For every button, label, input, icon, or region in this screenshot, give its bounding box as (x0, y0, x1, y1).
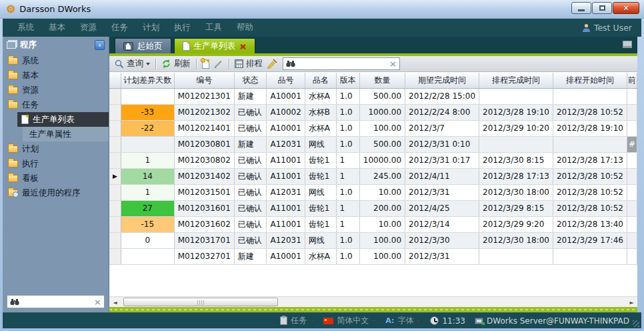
cell-partial[interactable] (627, 200, 637, 216)
cell-partial[interactable] (627, 232, 637, 248)
cell-plan-diff-days[interactable]: 1 (121, 152, 174, 168)
table-cell[interactable]: 水杯B (305, 104, 336, 120)
sidebar-item[interactable]: 最近使用的程序 (3, 186, 109, 200)
table-cell[interactable]: 200.00 (359, 200, 405, 216)
table-cell[interactable]: 2012/3/28 10:52 (553, 200, 627, 216)
menu-item-执行[interactable]: 执行 (174, 22, 191, 33)
status-clipboard[interactable]: 任务 (280, 315, 314, 326)
table-cell[interactable]: 1.0 (336, 232, 359, 248)
sidebar-item[interactable]: 生产单属性 (23, 127, 109, 141)
row-selector[interactable] (109, 120, 121, 136)
table-cell[interactable]: A12031 (267, 136, 305, 152)
tab-close-icon[interactable]: × (239, 42, 247, 51)
float-window-icon[interactable] (623, 41, 632, 48)
table-cell[interactable] (479, 136, 553, 152)
table-cell[interactable]: 2012/3/28 10:52 (553, 168, 627, 184)
table-cell[interactable]: 2012/3/28 10:52 (553, 104, 627, 120)
table-row[interactable]: ▶14M012031402已确认A11001齿轮11245.002012/4/1… (109, 168, 637, 184)
table-cell[interactable]: A11001 (267, 168, 305, 184)
table-cell[interactable]: M012031402 (174, 168, 234, 184)
sidebar-item[interactable]: 任务 (3, 97, 109, 112)
table-row[interactable]: -22M012021401已确认A10001水杯A1.0100.002012/3… (109, 120, 637, 136)
table-cell[interactable]: 2012/3/28 19:10 (479, 104, 553, 120)
table-cell[interactable]: M012032701 (174, 248, 234, 264)
sidebar-search-box[interactable]: × (7, 295, 105, 308)
current-user[interactable]: Test User (582, 19, 632, 37)
table-cell[interactable]: 齿轮1 (305, 168, 336, 184)
close-button[interactable]: ✕ (613, 2, 639, 14)
cell-plan-diff-days[interactable]: -15 (121, 216, 174, 232)
table-cell[interactable]: 已确认 (234, 152, 267, 168)
column-header-品号[interactable]: 品号 (267, 73, 305, 88)
table-row[interactable]: 27M012031601已确认A11001齿轮11200.002012/4/25… (109, 200, 637, 216)
cell-partial[interactable] (627, 168, 637, 184)
table-row[interactable]: 0M012031701已确认A12031网线1.0100.002012/3/30… (109, 232, 637, 248)
table-cell[interactable] (479, 248, 553, 264)
table-cell[interactable]: A11001 (267, 152, 305, 168)
dropdown-caret-icon[interactable] (372, 320, 376, 324)
table-cell[interactable]: M012021401 (174, 120, 234, 136)
table-cell[interactable]: 1.0 (336, 120, 359, 136)
sidebar-search-clear-icon[interactable]: × (94, 298, 101, 306)
table-cell[interactable]: 2012/2/24 8:00 (405, 104, 479, 120)
sidebar-item[interactable]: 看板 (3, 171, 109, 186)
row-selector[interactable] (109, 232, 121, 248)
cell-plan-diff-days[interactable]: -22 (121, 120, 174, 136)
table-cell[interactable]: 水杯A (305, 88, 336, 104)
dropdown-caret-icon[interactable] (417, 320, 421, 324)
status-flag-cn[interactable]: 简体中文 (323, 315, 376, 326)
table-cell[interactable]: 2012/3/31 (405, 248, 479, 264)
restore-button[interactable] (592, 2, 612, 14)
table-cell[interactable]: 齿轮1 (305, 152, 336, 168)
clean-broom-icon[interactable] (267, 59, 277, 69)
table-cell[interactable]: 1.0 (336, 184, 359, 200)
column-header-状态[interactable]: 状态 (234, 73, 267, 88)
column-header-编号[interactable]: 编号 (174, 73, 234, 88)
table-cell[interactable]: 2012/3/29 8:15 (479, 200, 553, 216)
cell-plan-diff-days[interactable] (121, 136, 174, 152)
column-header-期望完成时间[interactable]: 期望完成时间 (405, 73, 479, 88)
tab-start-page[interactable]: 起始页 (115, 38, 171, 53)
table-cell[interactable]: 2012/3/30 18:00 (479, 232, 553, 248)
table-cell[interactable]: 2012/3/29 17:46 (553, 232, 627, 248)
scrollbar-thumb[interactable] (123, 298, 278, 306)
scroll-left-icon[interactable]: ◄ (111, 298, 119, 306)
row-selector[interactable] (109, 248, 121, 264)
table-cell[interactable]: 2012/3/28 19:10 (553, 120, 627, 136)
resize-grip[interactable] (633, 320, 639, 327)
table-cell[interactable]: 1.0 (336, 248, 359, 264)
cell-partial[interactable] (627, 104, 637, 120)
table-cell[interactable]: 1 (336, 152, 359, 168)
new-record-icon[interactable] (202, 59, 209, 69)
table-cell[interactable]: 2012/3/28 13:40 (553, 216, 627, 232)
scroll-right-icon[interactable]: ► (627, 298, 636, 306)
table-cell[interactable]: 2012/4/25 (405, 200, 479, 216)
sidebar-item[interactable]: 生产单列表 (17, 112, 109, 127)
cell-partial[interactable] (627, 184, 637, 200)
table-cell[interactable]: 1.0 (336, 136, 359, 152)
row-selector[interactable] (109, 184, 121, 200)
table-cell[interactable]: 已确认 (234, 184, 267, 200)
table-cell[interactable]: 已确认 (234, 104, 267, 120)
table-row[interactable]: 1M012030802已确认A11001齿轮1110000.002012/3/3… (109, 152, 637, 168)
row-selector[interactable] (109, 136, 121, 152)
table-row[interactable]: -15M012031602已确认A11001齿轮1110.002012/3/14… (109, 216, 637, 232)
table-cell[interactable]: 100.00 (359, 248, 405, 264)
schedule-button[interactable]: 排程 (235, 58, 263, 69)
table-cell[interactable]: 10.00 (359, 216, 405, 232)
table-cell[interactable]: A10001 (267, 120, 305, 136)
table-cell[interactable]: 1 (336, 200, 359, 216)
table-cell[interactable]: 2012/3/31 (405, 184, 479, 200)
table-cell[interactable]: A10002 (267, 104, 305, 120)
menu-item-帮助[interactable]: 帮助 (237, 22, 253, 33)
row-selector[interactable] (109, 152, 121, 168)
table-cell[interactable] (553, 88, 627, 104)
menu-item-基本[interactable]: 基本 (49, 22, 65, 33)
sidebar-item[interactable]: 计划 (3, 141, 109, 156)
sidebar-item[interactable]: 执行 (3, 156, 109, 171)
cell-partial[interactable] (627, 120, 637, 136)
table-cell[interactable]: 1 (336, 168, 359, 184)
row-selector[interactable] (109, 216, 121, 232)
table-cell[interactable]: 1.0 (336, 104, 359, 120)
dropdown-caret-icon[interactable] (310, 320, 314, 324)
